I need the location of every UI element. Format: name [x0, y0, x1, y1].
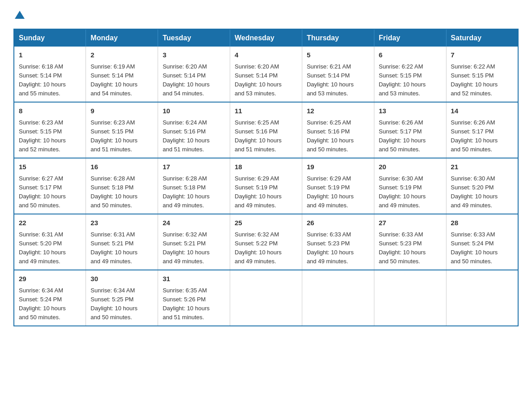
column-header-friday: Friday [374, 29, 446, 47]
day-number: 20 [379, 162, 442, 172]
day-number: 3 [163, 50, 225, 60]
day-number: 12 [307, 106, 369, 116]
calendar-cell: 26 Sunrise: 6:33 AMSunset: 5:23 PMDaylig… [302, 214, 374, 270]
day-number: 6 [379, 50, 442, 60]
day-number: 27 [379, 218, 442, 228]
calendar-cell: 17 Sunrise: 6:28 AMSunset: 5:18 PMDaylig… [158, 158, 230, 214]
day-info: Sunrise: 6:34 AMSunset: 5:25 PMDaylight:… [90, 287, 137, 321]
calendar-cell: 10 Sunrise: 6:24 AMSunset: 5:16 PMDaylig… [158, 102, 230, 158]
day-number: 30 [90, 274, 153, 284]
day-number: 17 [163, 162, 225, 172]
day-info: Sunrise: 6:31 AMSunset: 5:20 PMDaylight:… [19, 231, 66, 265]
day-info: Sunrise: 6:23 AMSunset: 5:15 PMDaylight:… [90, 119, 137, 153]
calendar-cell: 18 Sunrise: 6:29 AMSunset: 5:19 PMDaylig… [230, 158, 302, 214]
day-info: Sunrise: 6:30 AMSunset: 5:20 PMDaylight:… [451, 175, 498, 209]
calendar-cell: 31 Sunrise: 6:35 AMSunset: 5:26 PMDaylig… [158, 270, 230, 326]
calendar-cell [446, 270, 518, 326]
day-info: Sunrise: 6:33 AMSunset: 5:24 PMDaylight:… [451, 231, 498, 265]
column-header-wednesday: Wednesday [230, 29, 302, 47]
day-info: Sunrise: 6:28 AMSunset: 5:18 PMDaylight:… [163, 175, 210, 209]
calendar-cell: 21 Sunrise: 6:30 AMSunset: 5:20 PMDaylig… [446, 158, 518, 214]
column-header-thursday: Thursday [302, 29, 374, 47]
logo-triangle-icon [15, 10, 25, 20]
day-number: 24 [163, 218, 225, 228]
day-number: 15 [19, 162, 81, 172]
calendar-cell: 24 Sunrise: 6:32 AMSunset: 5:21 PMDaylig… [158, 214, 230, 270]
calendar-week-row: 1 Sunrise: 6:18 AMSunset: 5:14 PMDayligh… [14, 47, 518, 102]
calendar-cell: 14 Sunrise: 6:26 AMSunset: 5:17 PMDaylig… [446, 102, 518, 158]
day-number: 22 [19, 218, 81, 228]
calendar-cell: 23 Sunrise: 6:31 AMSunset: 5:21 PMDaylig… [86, 214, 158, 270]
column-header-monday: Monday [86, 29, 158, 47]
calendar-cell: 3 Sunrise: 6:20 AMSunset: 5:14 PMDayligh… [158, 47, 230, 102]
calendar-cell [230, 270, 302, 326]
day-number: 29 [19, 274, 81, 284]
day-info: Sunrise: 6:33 AMSunset: 5:23 PMDaylight:… [379, 231, 426, 265]
day-number: 21 [451, 162, 513, 172]
day-number: 14 [451, 106, 513, 116]
logo-wrapper [13, 9, 25, 20]
day-number: 7 [451, 50, 513, 60]
day-info: Sunrise: 6:25 AMSunset: 5:16 PMDaylight:… [307, 119, 354, 153]
day-number: 23 [90, 218, 153, 228]
calendar-cell: 27 Sunrise: 6:33 AMSunset: 5:23 PMDaylig… [374, 214, 446, 270]
calendar-cell: 8 Sunrise: 6:23 AMSunset: 5:15 PMDayligh… [14, 102, 86, 158]
column-header-saturday: Saturday [446, 29, 518, 47]
day-info: Sunrise: 6:29 AMSunset: 5:19 PMDaylight:… [307, 175, 354, 209]
calendar-cell [302, 270, 374, 326]
calendar-cell: 22 Sunrise: 6:31 AMSunset: 5:20 PMDaylig… [14, 214, 86, 270]
day-info: Sunrise: 6:33 AMSunset: 5:23 PMDaylight:… [307, 231, 354, 265]
calendar-week-row: 8 Sunrise: 6:23 AMSunset: 5:15 PMDayligh… [14, 102, 518, 158]
calendar-cell: 11 Sunrise: 6:25 AMSunset: 5:16 PMDaylig… [230, 102, 302, 158]
calendar-cell: 16 Sunrise: 6:28 AMSunset: 5:18 PMDaylig… [86, 158, 158, 214]
calendar-cell: 1 Sunrise: 6:18 AMSunset: 5:14 PMDayligh… [14, 47, 86, 102]
day-info: Sunrise: 6:20 AMSunset: 5:14 PMDaylight:… [163, 63, 210, 97]
day-number: 4 [235, 50, 297, 60]
day-info: Sunrise: 6:24 AMSunset: 5:16 PMDaylight:… [163, 119, 210, 153]
day-number: 31 [163, 274, 225, 284]
day-info: Sunrise: 6:26 AMSunset: 5:17 PMDaylight:… [451, 119, 498, 153]
day-number: 19 [307, 162, 369, 172]
calendar-week-row: 22 Sunrise: 6:31 AMSunset: 5:20 PMDaylig… [14, 214, 518, 270]
calendar-cell: 12 Sunrise: 6:25 AMSunset: 5:16 PMDaylig… [302, 102, 374, 158]
calendar-cell: 19 Sunrise: 6:29 AMSunset: 5:19 PMDaylig… [302, 158, 374, 214]
day-number: 28 [451, 218, 513, 228]
day-info: Sunrise: 6:23 AMSunset: 5:15 PMDaylight:… [19, 119, 66, 153]
calendar-cell: 6 Sunrise: 6:22 AMSunset: 5:15 PMDayligh… [374, 47, 446, 102]
page-header [13, 9, 519, 20]
day-info: Sunrise: 6:27 AMSunset: 5:17 PMDaylight:… [19, 175, 66, 209]
calendar-cell: 13 Sunrise: 6:26 AMSunset: 5:17 PMDaylig… [374, 102, 446, 158]
calendar-cell: 15 Sunrise: 6:27 AMSunset: 5:17 PMDaylig… [14, 158, 86, 214]
day-number: 8 [19, 106, 81, 116]
day-info: Sunrise: 6:32 AMSunset: 5:21 PMDaylight:… [163, 231, 210, 265]
day-number: 26 [307, 218, 369, 228]
day-number: 10 [163, 106, 225, 116]
calendar-cell: 7 Sunrise: 6:22 AMSunset: 5:15 PMDayligh… [446, 47, 518, 102]
calendar-week-row: 15 Sunrise: 6:27 AMSunset: 5:17 PMDaylig… [14, 158, 518, 214]
calendar-cell: 9 Sunrise: 6:23 AMSunset: 5:15 PMDayligh… [86, 102, 158, 158]
calendar-cell [374, 270, 446, 326]
calendar-cell: 5 Sunrise: 6:21 AMSunset: 5:14 PMDayligh… [302, 47, 374, 102]
day-info: Sunrise: 6:22 AMSunset: 5:15 PMDaylight:… [379, 63, 426, 97]
day-number: 11 [235, 106, 297, 116]
day-number: 1 [19, 50, 81, 60]
day-number: 2 [90, 50, 153, 60]
day-info: Sunrise: 6:35 AMSunset: 5:26 PMDaylight:… [163, 287, 210, 321]
calendar-cell: 4 Sunrise: 6:20 AMSunset: 5:14 PMDayligh… [230, 47, 302, 102]
day-number: 16 [90, 162, 153, 172]
day-info: Sunrise: 6:19 AMSunset: 5:14 PMDaylight:… [90, 63, 137, 97]
day-info: Sunrise: 6:28 AMSunset: 5:18 PMDaylight:… [90, 175, 137, 209]
logo [13, 9, 25, 20]
calendar-header-row: SundayMondayTuesdayWednesdayThursdayFrid… [14, 29, 518, 47]
day-info: Sunrise: 6:34 AMSunset: 5:24 PMDaylight:… [19, 287, 66, 321]
day-number: 18 [235, 162, 297, 172]
column-header-tuesday: Tuesday [158, 29, 230, 47]
calendar-week-row: 29 Sunrise: 6:34 AMSunset: 5:24 PMDaylig… [14, 270, 518, 326]
day-info: Sunrise: 6:29 AMSunset: 5:19 PMDaylight:… [235, 175, 282, 209]
day-info: Sunrise: 6:21 AMSunset: 5:14 PMDaylight:… [307, 63, 354, 97]
day-info: Sunrise: 6:31 AMSunset: 5:21 PMDaylight:… [90, 231, 137, 265]
calendar-cell: 2 Sunrise: 6:19 AMSunset: 5:14 PMDayligh… [86, 47, 158, 102]
day-info: Sunrise: 6:20 AMSunset: 5:14 PMDaylight:… [235, 63, 282, 97]
day-number: 25 [235, 218, 297, 228]
svg-marker-0 [15, 11, 25, 19]
